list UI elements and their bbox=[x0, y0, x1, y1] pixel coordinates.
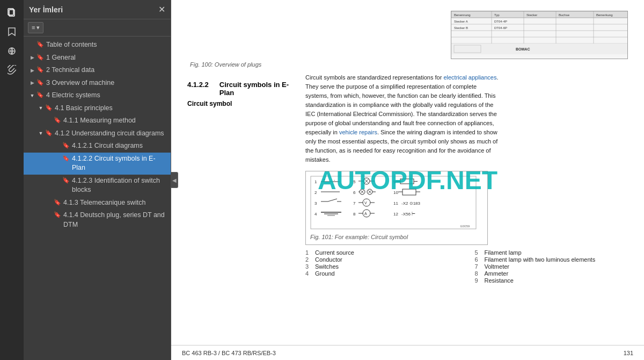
bookmark-icon-3: 🔖 bbox=[36, 79, 44, 87]
label-1-general: 1 General bbox=[46, 53, 167, 63]
body-text: Circuit symbols are standardized represe… bbox=[305, 73, 499, 164]
bookmark-icon-toc: 🔖 bbox=[36, 41, 44, 48]
label-4-1-1: 4.1.1 Measuring method bbox=[63, 116, 167, 126]
svg-text:2: 2 bbox=[314, 190, 317, 195]
sidebar-item-3-overview[interactable]: ▶ 🔖 3 Overview of machine bbox=[24, 77, 171, 90]
svg-text:A: A bbox=[364, 212, 367, 215]
sidebar-item-1-general[interactable]: ▶ 🔖 1 General bbox=[24, 52, 171, 64]
sidebar-item-4-1-basic[interactable]: ▼ 🔖 4.1 Basic principles bbox=[24, 102, 171, 115]
svg-text:DT04-4P: DT04-4P bbox=[494, 20, 507, 23]
close-button[interactable]: ✕ bbox=[158, 4, 165, 15]
svg-text:5: 5 bbox=[353, 179, 356, 184]
sidebar-item-4-1-2-3[interactable]: ▶ 🔖 4.1.2.3 Identification of switch blo… bbox=[24, 175, 171, 197]
svg-text:9: 9 bbox=[393, 179, 396, 184]
arrow-4-1-2: ▼ bbox=[36, 129, 45, 138]
svg-text:V: V bbox=[364, 201, 367, 205]
svg-text:E0059: E0059 bbox=[460, 225, 470, 228]
svg-text:Buchse: Buchse bbox=[559, 13, 570, 17]
sidebar-item-4-1-2-1[interactable]: ▶ 🔖 4.1.2.1 Circuit diagrams bbox=[24, 140, 171, 153]
sidebar-item-4-1-2-2[interactable]: ▶ 🔖 4.1.2.2 Circuit symbols in E-Plan bbox=[24, 153, 171, 175]
legend-item bbox=[305, 277, 459, 284]
circuit-caption: Fig. 101: For example: Circuit symbol bbox=[310, 234, 483, 240]
svg-text:1: 1 bbox=[314, 179, 317, 184]
svg-text:7: 7 bbox=[353, 201, 356, 206]
svg-text:6: 6 bbox=[353, 190, 356, 195]
arrow-2: ▶ bbox=[28, 66, 36, 75]
circuit-symbols-svg: 1 + - 5 9 bbox=[310, 176, 477, 229]
main-content: Benennung Typ Stecker Buchse Bemerkung bbox=[171, 0, 644, 360]
svg-text:-X2 ⊙183: -X2 ⊙183 bbox=[401, 201, 421, 206]
section-number: 4.1.2.2 bbox=[187, 81, 209, 89]
svg-text:10: 10 bbox=[393, 190, 398, 195]
pdf-page: Benennung Typ Stecker Buchse Bemerkung bbox=[171, 0, 644, 360]
svg-text:11: 11 bbox=[393, 201, 398, 206]
legend-item: 7 Voltmeter bbox=[475, 263, 628, 270]
footer-right: 131 bbox=[624, 350, 633, 356]
bookmark-icon-4-1-4: 🔖 bbox=[54, 211, 61, 219]
bookmark-icon-4-1-2-1: 🔖 bbox=[62, 142, 70, 149]
legend-list: 1 Current source 5 Filament lamp 2 Condu… bbox=[305, 249, 628, 284]
legend-item: 2 Conductor bbox=[305, 256, 459, 263]
label-4-1-2-1: 4.1.2.1 Circuit diagrams bbox=[72, 141, 167, 151]
label-4-1-3: 4.1.3 Telemecanique switch bbox=[63, 198, 167, 208]
svg-text:8: 8 bbox=[353, 212, 356, 217]
bookmark-icon-4-1: 🔖 bbox=[45, 104, 53, 112]
svg-text:Stecker: Stecker bbox=[526, 13, 537, 17]
svg-text:+: + bbox=[323, 178, 325, 182]
footer-left: BC 463 RB-3 / BC 473 RB/RS/EB-3 bbox=[182, 350, 276, 356]
bookmark-icon-4-1-2-3: 🔖 bbox=[62, 177, 70, 184]
sidebar-panel: Yer İmleri ✕ ≡ ▾ 🔖 Table of contents ▶ 🔖… bbox=[24, 0, 171, 360]
svg-text:DT04-6P: DT04-6P bbox=[494, 26, 507, 30]
svg-text:Typ: Typ bbox=[494, 13, 500, 17]
two-column-layout: 4.1.2.2 Circuit symbols in E-Plan Circui… bbox=[187, 73, 628, 284]
sidebar-toolbar: ≡ ▾ bbox=[24, 19, 171, 37]
col-right: Circuit symbols are standardized represe… bbox=[305, 73, 628, 284]
bookmark-icon-4-1-2: 🔖 bbox=[45, 129, 53, 137]
label-4-electric: 4 Electric systems bbox=[46, 91, 167, 100]
bookmark-icon-4-1-2-2: 🔖 bbox=[62, 155, 70, 162]
figure-caption: Fig. 100: Overview of plugs bbox=[187, 61, 261, 68]
legend-item: 1 Current source bbox=[305, 249, 459, 256]
legend-item: 9 Resistance bbox=[475, 277, 628, 284]
section-title: Circuit symbols in E-Plan bbox=[219, 81, 295, 97]
sidebar-header: Yer İmleri ✕ bbox=[24, 0, 171, 19]
toc-label: Table of contents bbox=[46, 40, 167, 50]
legend-item: 8 Ammeter bbox=[475, 270, 628, 277]
bookmark-icon-1: 🔖 bbox=[36, 54, 44, 61]
collapse-sidebar-button[interactable]: ◀ bbox=[171, 172, 178, 188]
copy-icon[interactable] bbox=[4, 4, 20, 20]
svg-text:3: 3 bbox=[314, 201, 317, 206]
arrow-4: ▼ bbox=[28, 91, 36, 100]
label-4-1-2: 4.1.2 Understanding circuit diagrams bbox=[55, 129, 167, 139]
bookmark-tool-button[interactable]: ≡ ▾ bbox=[28, 22, 43, 33]
subsection-label: Circuit symbol bbox=[187, 100, 295, 107]
pdf-footer: BC 463 RB-3 / BC 473 RB/RS/EB-3 131 bbox=[171, 345, 644, 360]
figure-area: Benennung Typ Stecker Buchse Bemerkung bbox=[187, 11, 628, 68]
label-4-1-2-3: 4.1.2.3 Identification of switch blocks bbox=[72, 176, 167, 195]
sidebar-title: Yer İmleri bbox=[29, 5, 63, 14]
label-2-technical: 2 Technical data bbox=[46, 66, 167, 75]
sidebar-item-4-1-3[interactable]: ▶ 🔖 4.1.3 Telemecanique switch bbox=[24, 197, 171, 210]
sidebar-item-4-1-2[interactable]: ▼ 🔖 4.1.2 Understanding circuit diagrams bbox=[24, 127, 171, 140]
arrow-placeholder bbox=[28, 41, 36, 49]
sidebar-item-4-1-4[interactable]: ▶ 🔖 4.1.4 Deutsch plug, series DT and DT… bbox=[24, 209, 171, 231]
svg-text:Stecker A: Stecker A bbox=[454, 20, 468, 23]
svg-text:Bemerkung: Bemerkung bbox=[596, 13, 613, 17]
label-3-overview: 3 Overview of machine bbox=[46, 78, 167, 88]
sidebar-item-4-electric[interactable]: ▼ 🔖 4 Electric systems bbox=[24, 89, 171, 102]
col-left: 4.1.2.2 Circuit symbols in E-Plan Circui… bbox=[187, 73, 295, 284]
label-4-1-4: 4.1.4 Deutsch plug, series DT and DTM bbox=[63, 211, 167, 229]
sidebar-item-2-technical[interactable]: ▶ 🔖 2 Technical data bbox=[24, 64, 171, 77]
legend-item: 3 Switches bbox=[305, 263, 459, 270]
label-4-1-2-2: 4.1.2.2 Circuit symbols in E-Plan bbox=[72, 154, 167, 173]
paperclip-icon[interactable] bbox=[4, 62, 20, 78]
sidebar-item-4-1-1[interactable]: ▶ 🔖 4.1.1 Measuring method bbox=[24, 114, 171, 127]
link-icon[interactable] bbox=[4, 43, 20, 59]
bookmark-icon-4: 🔖 bbox=[36, 91, 44, 99]
bookmark-icon-4-1-1: 🔖 bbox=[54, 117, 61, 124]
svg-text:Benennung: Benennung bbox=[454, 13, 471, 17]
sidebar-item-toc[interactable]: 🔖 Table of contents bbox=[24, 39, 171, 52]
arrow-4-1: ▼ bbox=[36, 104, 45, 113]
bookmark-nav-icon[interactable] bbox=[4, 24, 20, 40]
legend-item: 4 Ground bbox=[305, 270, 459, 277]
